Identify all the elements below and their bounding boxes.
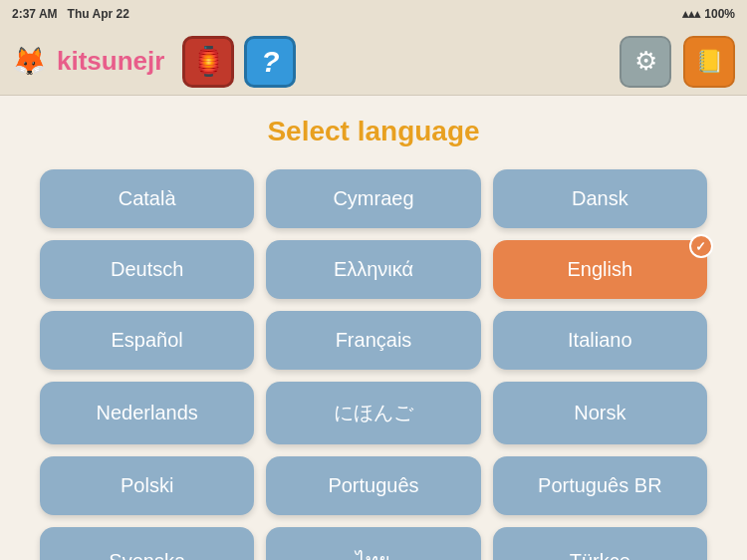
language-button-japanese[interactable]: にほんご: [266, 382, 480, 444]
fox-mascot-icon: 🦊: [12, 45, 47, 78]
wifi-icon: ▴▴▴: [682, 7, 700, 21]
language-button-cymraeg[interactable]: Cymraeg: [266, 169, 480, 228]
page-title: Select language: [30, 116, 717, 147]
language-button-turkce[interactable]: Türkçe: [493, 527, 707, 560]
battery-label: 100%: [704, 7, 735, 21]
language-button-english[interactable]: English✓: [493, 240, 707, 299]
nav-left: 🦊 kitsunejr 🏮 ?: [12, 36, 620, 88]
language-button-italiano[interactable]: Italiano: [493, 311, 707, 370]
gear-icon: ⚙: [634, 46, 657, 77]
temple-button[interactable]: 🏮: [182, 36, 234, 88]
language-button-polski[interactable]: Polski: [40, 456, 254, 515]
notebook-button[interactable]: 📒: [683, 36, 735, 88]
language-button-espanol[interactable]: Español: [40, 311, 254, 370]
language-button-nederlands[interactable]: Nederlands: [40, 382, 254, 444]
language-button-svenska[interactable]: Svenska: [40, 527, 254, 560]
settings-button[interactable]: ⚙: [620, 36, 671, 88]
language-button-thai[interactable]: ไทย: [266, 527, 480, 560]
book-icon: 📒: [696, 49, 723, 75]
language-button-portugues-br[interactable]: Português BR: [493, 456, 707, 515]
temple-icon: 🏮: [191, 45, 226, 78]
language-button-deutsch[interactable]: Deutsch: [40, 240, 254, 299]
language-grid: CatalàCymraegDanskDeutschΕλληνικάEnglish…: [30, 169, 717, 560]
help-button[interactable]: ?: [244, 36, 296, 88]
question-icon: ?: [261, 45, 279, 79]
language-button-greek[interactable]: Ελληνικά: [266, 240, 480, 299]
language-button-catala[interactable]: Català: [40, 169, 254, 228]
language-button-dansk[interactable]: Dansk: [493, 169, 707, 228]
app-name-label: kitsunejr: [57, 46, 164, 77]
status-time: 2:37 AM Thu Apr 22: [12, 7, 129, 21]
language-button-portugues[interactable]: Português: [266, 456, 480, 515]
selected-checkmark: ✓: [689, 234, 713, 258]
language-button-francais[interactable]: Français: [266, 311, 480, 370]
navbar: 🦊 kitsunejr 🏮 ? ⚙ 📒: [0, 28, 747, 96]
main-content: Select language CatalàCymraegDanskDeutsc…: [0, 96, 747, 560]
language-button-norsk[interactable]: Norsk: [493, 382, 707, 444]
status-right: ▴▴▴ 100%: [682, 7, 735, 21]
nav-right: ⚙ 📒: [620, 36, 735, 88]
status-bar: 2:37 AM Thu Apr 22 ▴▴▴ 100%: [0, 0, 747, 28]
